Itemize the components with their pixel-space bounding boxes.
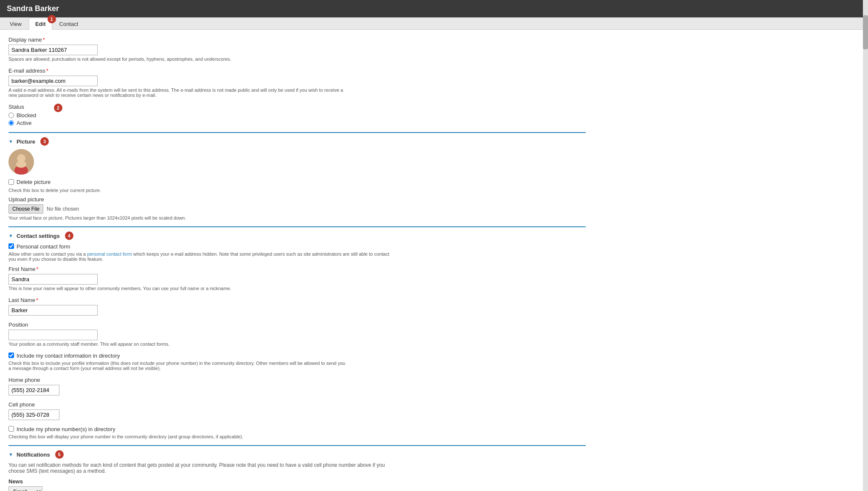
- first-name-required: *: [37, 266, 39, 272]
- picture-preview-area: [8, 149, 586, 175]
- personal-form-checkbox[interactable]: [8, 243, 14, 249]
- include-directory-hint: Check this box to include your profile i…: [8, 361, 348, 371]
- tab-view[interactable]: View: [3, 18, 28, 30]
- cell-phone-input[interactable]: [8, 409, 59, 420]
- email-required: *: [46, 68, 48, 74]
- display-name-group: Display name* Spaces are allowed; punctu…: [8, 37, 586, 62]
- include-directory-group: Include my contact information in direct…: [8, 353, 586, 371]
- annotation-badge-3: 3: [40, 137, 49, 146]
- delete-picture-row: Delete picture: [8, 179, 586, 185]
- annotation-badge-5: 5: [55, 450, 64, 459]
- main-content: Display name* Spaces are allowed; punctu…: [0, 30, 594, 491]
- include-directory-label: Include my contact information in direct…: [17, 353, 120, 359]
- status-active-row: Active: [8, 120, 586, 126]
- display-name-input[interactable]: [8, 45, 98, 55]
- contact-settings-header: ▼ Contact settings 4: [8, 231, 586, 240]
- position-input[interactable]: [8, 330, 98, 340]
- picture-divider: [8, 132, 586, 133]
- status-group: Status 2 Blocked Active: [8, 104, 586, 126]
- picture-section-title: Picture: [17, 138, 35, 145]
- status-blocked-row: Blocked: [8, 112, 586, 119]
- notifications-collapse-icon[interactable]: ▼: [8, 452, 13, 457]
- notifications-header: ▼ Notifications 5: [8, 450, 586, 459]
- contact-settings-collapse-icon[interactable]: ▼: [8, 233, 13, 238]
- position-group: Position Your position as a community st…: [8, 322, 586, 347]
- display-name-label: Display name*: [8, 37, 586, 43]
- page-title: Sandra Barker: [0, 0, 868, 17]
- last-name-label: Last Name*: [8, 297, 586, 303]
- last-name-input[interactable]: [8, 305, 98, 316]
- picture-collapse-icon[interactable]: ▼: [8, 139, 13, 144]
- news-notification-label: News: [8, 478, 586, 485]
- file-input-row: Choose File No file chosen: [8, 204, 586, 214]
- status-active-radio[interactable]: [8, 120, 14, 126]
- status-blocked-radio[interactable]: [8, 113, 14, 118]
- status-blocked-label: Blocked: [17, 112, 36, 119]
- include-directory-checkbox[interactable]: [8, 353, 14, 358]
- include-phone-directory-group: Include my phone number(s) in directory …: [8, 426, 586, 439]
- avatar-preview: [8, 149, 34, 175]
- personal-contact-form-link[interactable]: personal contact form: [87, 251, 132, 257]
- contact-settings-divider: [8, 226, 586, 227]
- first-name-input[interactable]: [8, 274, 98, 285]
- personal-form-row: Personal contact form: [8, 243, 586, 250]
- picture-section-header: ▼ Picture 3: [8, 137, 586, 146]
- contact-settings-content: Personal contact form Allow other users …: [8, 243, 586, 262]
- news-notification-select[interactable]: Email SMS None: [8, 486, 42, 491]
- email-input[interactable]: [8, 76, 98, 86]
- home-phone-group: Home phone: [8, 377, 586, 395]
- notifications-section-title: Notifications: [17, 451, 50, 458]
- tab-edit[interactable]: Edit 1: [29, 18, 52, 30]
- annotation-badge-2: 2: [54, 104, 62, 112]
- choose-file-button[interactable]: Choose File: [8, 204, 43, 214]
- notifications-description: You can set notification methods for eac…: [8, 462, 390, 474]
- last-name-group: Last Name*: [8, 297, 586, 316]
- home-phone-label: Home phone: [8, 377, 586, 383]
- include-phone-directory-label: Include my phone number(s) in directory: [17, 426, 115, 432]
- email-hint: A valid e-mail address. All e-mails from…: [8, 87, 348, 98]
- personal-form-hint: Allow other users to contact you via a p…: [8, 251, 390, 262]
- scrollbar-thumb[interactable]: [863, 15, 868, 49]
- cell-phone-label: Cell phone: [8, 401, 586, 408]
- display-name-required: *: [43, 37, 45, 43]
- notifications-divider: [8, 445, 586, 446]
- upload-hint: Your virtual face or picture. Pictures l…: [8, 215, 348, 220]
- cell-phone-group: Cell phone: [8, 401, 586, 420]
- position-label: Position: [8, 322, 586, 328]
- upload-section: Upload picture Choose File No file chose…: [8, 196, 586, 220]
- home-phone-input[interactable]: [8, 385, 59, 395]
- svg-point-3: [16, 161, 26, 168]
- email-group: E-mail address* A valid e-mail address. …: [8, 68, 586, 98]
- first-name-group: First Name* This is how your name will a…: [8, 266, 586, 291]
- no-file-text: No file chosen: [47, 206, 79, 212]
- display-name-hint: Spaces are allowed; punctuation is not a…: [8, 56, 348, 62]
- email-label: E-mail address*: [8, 68, 586, 74]
- include-directory-row: Include my contact information in direct…: [8, 353, 586, 359]
- contact-settings-title: Contact settings: [17, 233, 60, 239]
- delete-picture-label: Delete picture: [17, 179, 51, 185]
- tab-contact[interactable]: Contact: [53, 18, 85, 30]
- last-name-required: *: [36, 297, 38, 303]
- status-title: Status: [8, 104, 24, 110]
- tab-edit-label: Edit: [35, 21, 46, 27]
- personal-form-label: Personal contact form: [17, 243, 70, 250]
- delete-picture-checkbox[interactable]: [8, 179, 14, 185]
- position-hint: Your position as a community staff membe…: [8, 341, 348, 347]
- news-notification-item: News Email SMS None Receive a notificati…: [8, 478, 586, 491]
- scrollbar[interactable]: [863, 0, 868, 491]
- include-phone-directory-checkbox[interactable]: [8, 426, 14, 432]
- include-phone-directory-row: Include my phone number(s) in directory: [8, 426, 586, 432]
- include-phone-directory-hint: Checking this box will display your phon…: [8, 434, 348, 439]
- first-name-hint: This is how your name will appear to oth…: [8, 286, 348, 291]
- status-active-label: Active: [17, 120, 31, 126]
- upload-label: Upload picture: [8, 196, 586, 203]
- annotation-badge-4: 4: [65, 231, 73, 240]
- first-name-label: First Name*: [8, 266, 586, 272]
- tab-bar: View Edit 1 Contact: [0, 17, 868, 30]
- avatar-svg: [8, 149, 34, 175]
- delete-picture-hint: Check this box to delete your current pi…: [8, 188, 348, 193]
